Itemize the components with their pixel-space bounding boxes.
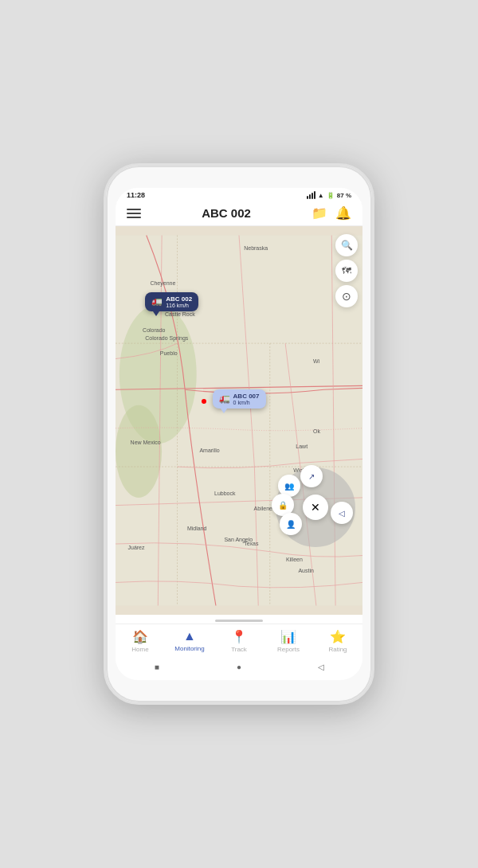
map-locate-button[interactable]: ⊙: [335, 285, 358, 307]
back-icon: ◁: [318, 663, 324, 671]
system-square-button[interactable]: ■: [150, 659, 164, 674]
nav-monitoring[interactable]: ▲ Monitoring: [172, 629, 207, 653]
radial-menu: ↗ 👥 🔒 👤 ◁ ✕: [272, 463, 359, 551]
notifications-button[interactable]: 🔔: [335, 205, 351, 221]
swipe-indicator: [116, 615, 362, 624]
nav-monitoring-label: Monitoring: [174, 645, 204, 652]
truck-icon-1: 🚛: [151, 296, 163, 307]
folder-button[interactable]: 📁: [311, 205, 327, 221]
circle-icon: ●: [237, 663, 241, 671]
nav-track[interactable]: 📍 Track: [221, 629, 257, 653]
wifi-icon: ▲: [318, 192, 324, 199]
vehicle-marker-1[interactable]: 🚛 ABC 002 116 km/h: [145, 292, 198, 316]
nav-rating-label: Rating: [328, 646, 347, 653]
phone-screen: 11:28 ▲ 🔋 87 % ABC 002 📁: [116, 188, 362, 680]
map-search-button[interactable]: 🔍: [335, 234, 358, 256]
status-icons: ▲ 🔋 87 %: [307, 191, 351, 199]
nav-home-label: Home: [131, 646, 148, 653]
vehicle-badge-1: 🚛 ABC 002 116 km/h: [145, 292, 198, 311]
map-svg: [116, 226, 362, 615]
vehicle-marker-2[interactable]: 🚛 ABC 007 0 km/h: [205, 389, 266, 413]
vehicle-name-2: ABC 007: [233, 393, 260, 400]
nav-rating[interactable]: ⭐ Rating: [320, 629, 355, 653]
rating-icon: ⭐: [330, 629, 346, 644]
home-icon: 🏠: [132, 629, 148, 644]
bell-icon: 🔔: [335, 206, 351, 220]
lock-icon: 🔒: [278, 501, 288, 510]
vehicle-speed-2: 0 km/h: [233, 400, 260, 405]
close-icon: ✕: [311, 501, 320, 514]
radial-close-button[interactable]: ✕: [303, 495, 328, 520]
app-bar-actions: 📁 🔔: [311, 205, 351, 221]
nav-reports[interactable]: 📊 Reports: [271, 629, 306, 653]
hamburger-menu[interactable]: [127, 209, 141, 218]
reports-icon: 📊: [280, 629, 296, 644]
swipe-bar: [215, 620, 263, 622]
share-icon: ↗: [308, 472, 315, 481]
app-title: ABC 002: [202, 206, 251, 220]
square-icon: ■: [155, 663, 159, 671]
folder-icon: 📁: [311, 206, 327, 220]
radial-person-button[interactable]: 👤: [280, 513, 302, 535]
monitoring-icon: ▲: [183, 629, 196, 643]
vehicle-name-1: ABC 002: [166, 295, 192, 303]
vehicle-dot-2: [202, 399, 206, 404]
system-nav: ■ ● ◁: [116, 656, 362, 680]
system-circle-button[interactable]: ●: [232, 659, 246, 674]
truck-icon-2: 🚛: [219, 393, 230, 404]
person-icon: 👤: [286, 520, 296, 529]
track-icon: 📍: [231, 629, 247, 644]
radial-share-button[interactable]: ↗: [300, 465, 323, 487]
nav-track-label: Track: [231, 646, 247, 653]
map-controls: 🔍 🗺 ⊙: [335, 234, 358, 307]
nav-reports-label: Reports: [277, 646, 300, 653]
signal-icon: [307, 191, 315, 199]
status-time: 11:28: [127, 191, 145, 199]
people-icon: 👥: [284, 482, 294, 491]
battery-level: 87 %: [337, 192, 351, 199]
radial-arrow-button[interactable]: ◁: [331, 502, 353, 524]
status-bar: 11:28 ▲ 🔋 87 %: [116, 188, 362, 201]
phone-frame: 11:28 ▲ 🔋 87 % ABC 002 📁: [104, 163, 374, 705]
bottom-nav: 🏠 Home ▲ Monitoring 📍 Track 📊 Reports ⭐ …: [116, 624, 362, 656]
battery-icon: 🔋: [327, 192, 335, 199]
vehicle-badge-2: 🚛 ABC 007 0 km/h: [213, 389, 266, 409]
arrow-icon: ◁: [339, 509, 345, 518]
nav-home[interactable]: 🏠 Home: [123, 629, 158, 653]
app-bar: ABC 002 📁 🔔: [116, 201, 362, 226]
map-type-button[interactable]: 🗺: [335, 260, 358, 282]
marker-tail-2: [221, 409, 227, 413]
system-back-button[interactable]: ◁: [314, 659, 328, 674]
map-area[interactable]: NebraskaCheyenneFort CollinsColoradoColo…: [116, 226, 362, 615]
marker-tail-1: [153, 311, 159, 316]
svg-point-2: [116, 405, 162, 498]
vehicle-speed-1: 116 km/h: [166, 303, 192, 308]
